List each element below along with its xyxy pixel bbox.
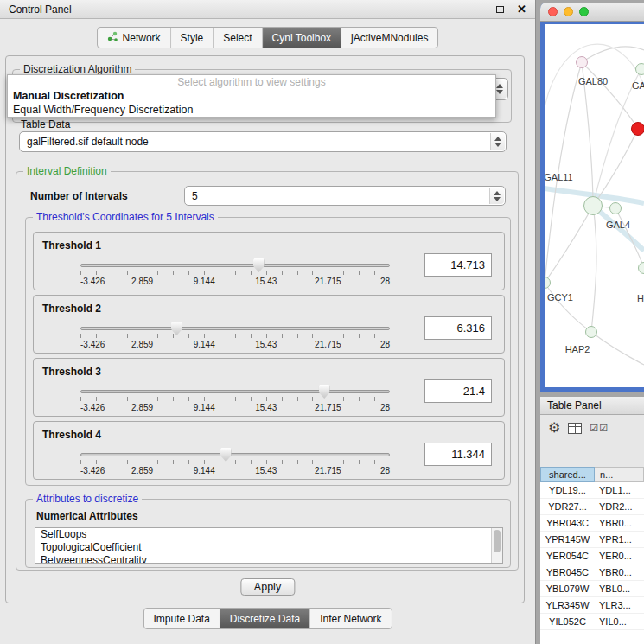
table-row[interactable]: YBR045C YBR0... (540, 564, 644, 581)
tab-jactivemnodules[interactable]: jActiveMNodules (341, 28, 437, 48)
threshold-slider[interactable]: -3.426 2.859 9.144 15.43 21.715 28 (80, 453, 390, 476)
select-columns-icon[interactable]: ☑☑ (590, 423, 609, 434)
table-cell[interactable]: YER054C (540, 548, 595, 564)
tab-cyni-toolbox[interactable]: Cyni Toolbox (262, 28, 341, 48)
close-icon[interactable]: ✕ (517, 3, 526, 15)
zoom-traffic-light-icon[interactable] (579, 7, 589, 16)
threshold-value-field[interactable]: 21.4 (424, 379, 492, 403)
network-node[interactable] (609, 202, 622, 214)
control-panel-tabs: Network Style Select Cyni Toolbox jActiv… (97, 27, 439, 48)
table-cell[interactable]: YLR345W (540, 597, 595, 613)
columns-icon[interactable] (568, 423, 582, 434)
threshold-panel-2: Threshold 2 -3.426 2.859 9.144 15.43 21.… (33, 295, 505, 354)
table-data-combobox[interactable]: galFiltered.sif default node (19, 131, 507, 152)
network-node[interactable] (635, 63, 644, 75)
list-scrollbar[interactable] (491, 528, 502, 563)
table-cell[interactable]: YDR2... (595, 499, 644, 514)
dropdown-option-manual-discretization[interactable]: Manual Discretization (8, 90, 495, 104)
table-cell[interactable]: YBR0... (595, 515, 644, 531)
threshold-value-field[interactable]: 14.713 (424, 253, 492, 277)
float-window-icon[interactable] (496, 6, 504, 13)
slider-track[interactable] (80, 264, 390, 267)
table-cell[interactable]: YBL0... (595, 581, 644, 596)
table-cell[interactable]: YDR27... (540, 499, 595, 514)
node-label: GAL4 (606, 220, 630, 230)
scale-label: 28 (380, 466, 390, 475)
attributes-group: Attributes to discretize Numerical Attri… (25, 499, 511, 568)
scale-label: 21.715 (315, 403, 341, 412)
table-row[interactable]: YDL19... YDL1... (540, 482, 644, 499)
scale-label: 15.43 (255, 340, 277, 349)
dropdown-placeholder-option[interactable]: Select algorithm to view settings (8, 76, 495, 90)
tab-impute-data[interactable]: Impute Data (143, 609, 219, 628)
table-row[interactable]: YER054C YER0... (540, 548, 644, 564)
slider-track[interactable] (80, 327, 390, 330)
network-canvas[interactable]: GAL80 GA GAL11 GAL4 GCY1 H HAP2 (545, 24, 644, 387)
table-cell[interactable]: YBL079W (540, 581, 595, 596)
minimize-traffic-light-icon[interactable] (564, 7, 573, 16)
table-cell[interactable]: YDL19... (540, 482, 595, 498)
network-node[interactable] (638, 262, 644, 274)
scale-label: 9.144 (194, 466, 215, 475)
network-node[interactable] (585, 326, 597, 338)
tab-infer-network[interactable]: Infer Network (309, 609, 391, 628)
close-traffic-light-icon[interactable] (548, 7, 558, 16)
threshold-slider[interactable]: -3.426 2.859 9.144 15.43 21.715 28 (80, 327, 390, 350)
interval-definition-group: Interval Definition Number of Intervals … (16, 171, 519, 571)
table-row[interactable]: YBR043C YBR0... (540, 515, 644, 532)
scale-label: 9.144 (194, 340, 215, 349)
group-title: Discretization Algorithm (20, 63, 135, 75)
table-row[interactable]: YPR145W YPR1... (540, 532, 644, 548)
threshold-slider[interactable]: -3.426 2.859 9.144 15.43 21.715 28 (80, 264, 390, 287)
table-cell[interactable]: YER0... (595, 548, 644, 564)
table-cell[interactable]: YIL0... (595, 614, 644, 629)
group-title: Interval Definition (23, 165, 111, 177)
gear-icon[interactable]: ⚙ (548, 421, 560, 435)
table-cell[interactable]: YPR1... (595, 532, 644, 547)
scale-label: 15.43 (255, 277, 277, 286)
column-header-name[interactable]: n... (595, 467, 644, 482)
threshold-slider[interactable]: -3.426 2.859 9.144 15.43 21.715 28 (80, 390, 390, 413)
table-cell[interactable]: YLR3... (595, 597, 644, 613)
slider-track[interactable] (80, 390, 390, 393)
network-node[interactable] (576, 56, 588, 68)
table-cell[interactable]: YBR043C (540, 515, 595, 531)
node-label: GCY1 (547, 292, 573, 303)
combo-stepper-icon[interactable] (489, 188, 504, 204)
table-row[interactable]: YIL052C YIL0... (540, 614, 644, 630)
table-row[interactable]: YDR27... YDR2... (540, 499, 644, 515)
slider-scale: -3.426 2.859 9.144 15.43 21.715 28 (80, 277, 390, 287)
scale-label: 28 (380, 403, 390, 412)
table-cell[interactable]: YPR145W (540, 532, 595, 547)
table-row[interactable]: YLR345W YLR3... (540, 597, 644, 614)
dropdown-option-equal-width[interactable]: Equal Width/Frequency Discretization (8, 104, 495, 118)
network-node-selected[interactable] (631, 122, 644, 136)
table-row[interactable]: YBL079W YBL0... (540, 581, 644, 597)
network-window-titlebar (540, 3, 644, 22)
threshold-value-field[interactable]: 6.316 (424, 316, 492, 340)
table-cell[interactable]: YBR0... (595, 564, 644, 580)
table-cell[interactable]: YIL052C (540, 614, 595, 629)
scrollbar-thumb[interactable] (494, 530, 501, 552)
scale-label: 2.859 (131, 340, 153, 349)
tab-network[interactable]: Network (98, 28, 170, 48)
threshold-panel-4: Threshold 4 -3.426 2.859 9.144 15.43 21.… (33, 421, 505, 480)
apply-button[interactable]: Apply (240, 578, 295, 596)
tab-discretize-data[interactable]: Discretize Data (220, 609, 309, 628)
threshold-label: Threshold 4 (42, 429, 101, 441)
tab-style[interactable]: Style (170, 28, 214, 48)
number-of-intervals-combobox[interactable]: 5 (184, 186, 506, 206)
combo-stepper-icon[interactable] (490, 133, 505, 150)
column-header-shared-name[interactable]: shared... (540, 467, 595, 482)
table-cell[interactable]: YDL1... (595, 482, 644, 498)
list-item[interactable]: BetweennessCentrality (35, 554, 502, 564)
node-label: GA (632, 80, 644, 91)
list-item[interactable]: TopologicalCoefficient (35, 541, 502, 554)
table-cell[interactable]: YBR045C (540, 564, 595, 580)
network-node[interactable] (583, 196, 603, 215)
list-item[interactable]: SelfLoops (35, 528, 502, 541)
scale-label: 2.859 (131, 277, 153, 286)
slider-track[interactable] (80, 453, 390, 456)
threshold-value-field[interactable]: 11.344 (424, 443, 492, 466)
tab-select[interactable]: Select (213, 28, 261, 48)
